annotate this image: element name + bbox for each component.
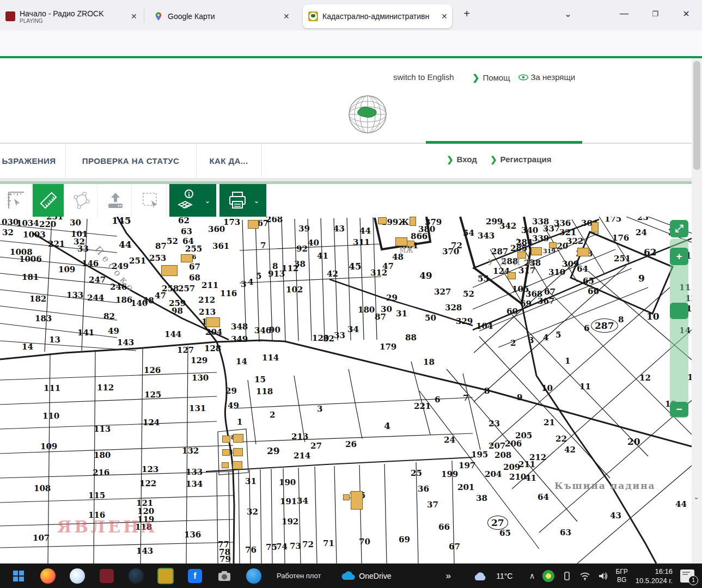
browser-taskbar-icon[interactable]	[66, 565, 88, 587]
browser-toolbar: Map 文A ☆ ⌄ ⭳ ☰	[0, 30, 702, 57]
zoom-slider-track[interactable]	[670, 238, 688, 418]
parcel-label: 43	[333, 224, 345, 234]
tab-close-icon[interactable]: ✕	[437, 10, 452, 23]
parcel-label: 87	[155, 241, 167, 251]
login-link[interactable]: ❯Вход	[447, 155, 477, 164]
close-button[interactable]: ✕	[677, 4, 695, 23]
scrollbar-thumb[interactable]	[693, 61, 700, 170]
overflow-chevron[interactable]: »	[446, 571, 451, 581]
language-indicator[interactable]: БГРBG	[615, 568, 627, 584]
windows-taskbar: f Работен плот OneDrive » 11°C ∧ БГРBG 1…	[0, 564, 702, 588]
tab-cadastre-active[interactable]: Кадастрално-административн ✕	[303, 4, 452, 28]
wifi-icon[interactable]	[579, 572, 590, 580]
switch-to-english-link[interactable]: switch to English	[393, 72, 454, 82]
tab-close-icon[interactable]: ✕	[279, 10, 294, 23]
parcel-label: 1	[565, 356, 570, 366]
chevron-down-icon: ⌄	[205, 197, 211, 205]
scrollbar-down-arrow[interactable]: ⌄	[693, 493, 701, 501]
parcel-label: 49	[108, 326, 119, 336]
hidden-icons-chevron[interactable]: ∧	[529, 571, 535, 581]
parcel-label: 98	[172, 306, 183, 316]
extent-measure-tool-button[interactable]	[0, 184, 32, 217]
cadastre-app-icon[interactable]	[155, 565, 176, 587]
parcel-label: 5	[256, 271, 261, 281]
list-tabs-button[interactable]: ⌄	[559, 4, 577, 23]
zoom-slider-handle[interactable]	[670, 303, 688, 319]
parcel-label: 210	[509, 472, 526, 482]
parcel-label: 43	[610, 511, 621, 520]
parcel-label: 349	[231, 334, 248, 344]
nav-item-objections[interactable]: ЬЗРАЖЕНИЯ	[0, 144, 66, 177]
zoom-in-button[interactable]: +	[670, 248, 688, 265]
notification-center-icon[interactable]: 1	[680, 569, 694, 583]
new-tab-button[interactable]: +	[457, 4, 476, 23]
building	[378, 217, 387, 224]
nav-item-status-check[interactable]: ПРОВЕРКА НА СТАТУС	[65, 144, 197, 177]
nav-item-how-to[interactable]: КАК ДА...	[196, 144, 262, 177]
tab-radio[interactable]: Начало - Радио ZROCK PLAYING ✕	[0, 4, 141, 28]
camera-app-icon[interactable]	[213, 565, 235, 587]
zoom-out-button[interactable]: −	[670, 402, 688, 417]
select-area-icon	[141, 191, 160, 210]
map-toolbar: ⌄ ⌄ 0 ⌄	[0, 184, 692, 217]
tab-close-icon[interactable]: ✕	[126, 10, 142, 23]
onedrive-icon[interactable]	[337, 565, 359, 587]
skype-icon[interactable]	[243, 565, 265, 587]
parcel-label: 11	[579, 382, 591, 391]
parcel-label: 109	[40, 442, 57, 451]
help-link[interactable]: ❯Помощ	[472, 72, 510, 83]
desktop-label[interactable]: Работен плот	[277, 572, 321, 580]
restore-button[interactable]: ❐	[646, 4, 664, 23]
parcel-label: 82	[103, 311, 115, 321]
ruler-tool-button[interactable]	[33, 184, 64, 217]
parcel-label: 70	[359, 537, 370, 547]
start-button[interactable]	[8, 565, 29, 587]
building	[410, 217, 416, 226]
parcel-line	[349, 369, 362, 439]
parcel-line	[255, 220, 259, 342]
select-area-tool-button[interactable]	[135, 184, 167, 217]
parcel-line	[217, 473, 218, 564]
firefox-taskbar-icon[interactable]	[37, 565, 59, 587]
accessibility-link[interactable]: За незрящи	[518, 72, 575, 82]
temperature-label[interactable]: 11°C	[496, 572, 512, 580]
agency-globe-logo	[347, 94, 388, 134]
upload-icon	[106, 191, 125, 210]
parcel-label: 69	[520, 299, 532, 309]
tab-google-maps[interactable]: Google Карти ✕	[148, 4, 295, 28]
print-tool-button[interactable]: ⌄	[219, 184, 266, 217]
parcel-label: 114	[262, 353, 279, 363]
phone-link-icon[interactable]	[562, 571, 572, 581]
speaker-icon[interactable]	[598, 572, 608, 580]
parcel-label: 343	[478, 231, 495, 241]
cadastral-map[interactable]: 0301034251220301456217332100310132221334…	[0, 217, 692, 564]
minimize-button[interactable]: —	[615, 4, 633, 23]
parcel-label: 134	[186, 479, 203, 489]
fullscreen-button[interactable]: ⤢	[670, 220, 688, 237]
steam-icon[interactable]	[125, 565, 147, 587]
parcel-label: 206	[505, 439, 522, 449]
browser-tab-bar: Начало - Радио ZROCK PLAYING ✕ Google Ка…	[0, 0, 702, 30]
parcel-label: 115	[88, 491, 105, 500]
onedrive-label[interactable]: OneDrive	[359, 572, 391, 580]
parcel-label: 287	[491, 247, 508, 256]
register-link[interactable]: ❯Регистрация	[490, 155, 551, 164]
parcel-label: 1006	[19, 254, 42, 264]
parcel-label: 40	[308, 238, 319, 248]
media-app-icon[interactable]	[96, 565, 118, 587]
parcel-label-circled: 287	[591, 318, 618, 333]
parcel-label: 29	[386, 293, 398, 303]
layers-info-tool-button[interactable]: ⌄	[169, 184, 216, 217]
polygon-tool-button[interactable]	[65, 184, 97, 217]
parcel-label: 29	[225, 386, 237, 396]
parcel-label: 21	[544, 418, 555, 427]
parcel-label: 64	[577, 264, 588, 274]
parcel-label: 133	[186, 467, 203, 477]
antivirus-shield-icon[interactable]	[542, 570, 554, 582]
clock[interactable]: 16:1610.5.2024 г.	[636, 567, 673, 585]
facebook-icon[interactable]: f	[184, 565, 206, 587]
locality-name: Къшина падина	[554, 480, 656, 491]
weather-cloud-icon[interactable]	[472, 571, 489, 581]
parcel-label: 24	[444, 435, 455, 445]
upload-tool-button[interactable]	[100, 184, 132, 217]
